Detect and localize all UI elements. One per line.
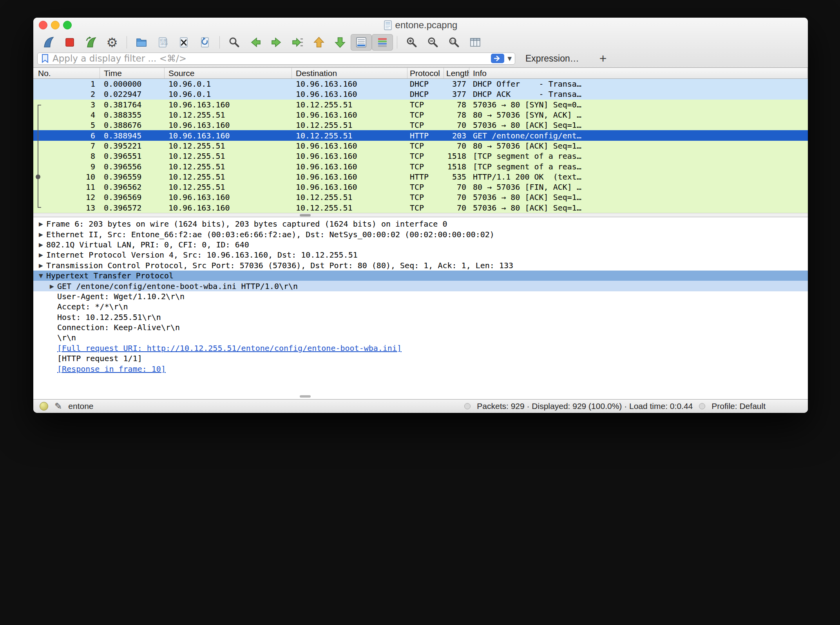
find-packet-button[interactable] bbox=[224, 34, 245, 51]
packet-cell-no: 5 bbox=[33, 120, 100, 130]
capture-comment-pencil-icon[interactable]: ✎ bbox=[54, 401, 62, 411]
detail-line[interactable]: User-Agent: Wget/1.10.2\r\n bbox=[33, 291, 808, 302]
triangle-collapsed-icon[interactable]: ▶ bbox=[47, 283, 57, 289]
reload-file-button[interactable] bbox=[194, 34, 215, 51]
detail-link[interactable]: [Full request URI: http://10.12.255.51/e… bbox=[57, 343, 402, 353]
close-window-button[interactable] bbox=[39, 21, 47, 29]
packet-row[interactable]: 10.00000010.96.0.110.96.163.160DHCP377DH… bbox=[33, 79, 808, 89]
packet-row[interactable]: 100.39655910.12.255.5110.96.163.160HTTP5… bbox=[33, 172, 808, 182]
zoom-out-button[interactable] bbox=[422, 34, 444, 51]
detail-line[interactable]: Accept: */*\r\n bbox=[33, 302, 808, 312]
search-icon bbox=[228, 36, 241, 49]
go-to-packet-button[interactable] bbox=[287, 34, 308, 51]
detail-line[interactable]: [Response in frame: 10] bbox=[33, 363, 808, 374]
column-header-protocol[interactable]: Protocol bbox=[407, 68, 444, 78]
column-header-no[interactable]: No. bbox=[33, 68, 100, 78]
packet-cell-source: 10.12.255.51 bbox=[165, 172, 292, 182]
go-back-button[interactable] bbox=[245, 34, 266, 51]
start-capture-button[interactable] bbox=[38, 34, 59, 51]
detail-line[interactable]: ▶Frame 6: 203 bytes on wire (1624 bits),… bbox=[33, 219, 808, 229]
packet-row[interactable]: 30.38176410.96.163.16010.12.255.51TCP785… bbox=[33, 100, 808, 110]
detail-line[interactable]: ▶802.1Q Virtual LAN, PRI: 0, CFI: 0, ID:… bbox=[33, 240, 808, 250]
detail-line[interactable]: [HTTP request 1/1] bbox=[33, 353, 808, 363]
packet-cell-protocol: TCP bbox=[407, 161, 444, 171]
packet-cell-info: 80 → 57036 [ACK] Seq=1… bbox=[469, 141, 808, 151]
zoom-in-button[interactable] bbox=[401, 34, 422, 51]
packet-cell-destination: 10.12.255.51 bbox=[292, 120, 407, 130]
svg-text:1:1: 1:1 bbox=[451, 39, 456, 43]
detail-line[interactable]: Connection: Keep-Alive\r\n bbox=[33, 322, 808, 332]
column-header-info[interactable]: Info bbox=[469, 68, 808, 78]
resize-columns-button[interactable] bbox=[465, 34, 486, 51]
packet-row[interactable]: 130.39657210.96.163.16010.12.255.51TCP70… bbox=[33, 203, 808, 213]
triangle-collapsed-icon[interactable]: ▶ bbox=[36, 221, 46, 227]
packet-row[interactable]: 120.39656910.96.163.16010.12.255.51TCP70… bbox=[33, 192, 808, 202]
packet-cell-info: [TCP segment of a reas… bbox=[469, 151, 808, 161]
capture-options-button[interactable]: ⚙ bbox=[101, 34, 123, 51]
filter-history-caret-icon[interactable]: ▾ bbox=[507, 54, 512, 63]
expression-button[interactable]: Expression… bbox=[525, 53, 579, 64]
packet-row[interactable]: 80.39655110.12.255.5110.96.163.160TCP151… bbox=[33, 151, 808, 161]
packet-cell-no: 3 bbox=[33, 100, 100, 110]
toolbar-separator bbox=[397, 36, 397, 49]
packet-list-hscrollbar[interactable] bbox=[33, 213, 808, 217]
restart-capture-button[interactable] bbox=[80, 34, 101, 51]
triangle-collapsed-icon[interactable]: ▶ bbox=[36, 242, 46, 248]
display-filter-input[interactable]: Apply a display filter ... <⌘/> ▾ bbox=[37, 53, 515, 65]
detail-link[interactable]: [Response in frame: 10] bbox=[57, 364, 166, 374]
titlebar[interactable]: entone.pcapng bbox=[33, 18, 808, 33]
zoom-original-button[interactable]: 1:1 bbox=[444, 34, 465, 51]
packet-cell-info: 57036 → 80 [ACK] Seq=1… bbox=[469, 192, 808, 202]
triangle-collapsed-icon[interactable]: ▶ bbox=[36, 231, 46, 238]
add-filter-button[interactable]: + bbox=[599, 52, 607, 65]
column-header-time[interactable]: Time bbox=[100, 68, 165, 78]
colorize-packets-button[interactable] bbox=[372, 34, 393, 51]
detail-line[interactable]: Host: 10.12.255.51\r\n bbox=[33, 312, 808, 322]
hscrollbar-thumb[interactable] bbox=[300, 214, 311, 216]
detail-line[interactable]: [Full request URI: http://10.12.255.51/e… bbox=[33, 343, 808, 353]
go-forward-button[interactable] bbox=[266, 34, 287, 51]
minimize-window-button[interactable] bbox=[51, 21, 60, 29]
triangle-collapsed-icon[interactable]: ▶ bbox=[36, 262, 46, 269]
packet-cell-info: 80 → 57036 [FIN, ACK] … bbox=[469, 182, 808, 192]
packet-row[interactable]: 60.38894510.96.163.16010.12.255.51HTTP20… bbox=[33, 130, 808, 140]
column-header-destination[interactable]: Destination bbox=[292, 68, 407, 78]
detail-line[interactable]: ▶GET /entone/config/entone-boot-wba.ini … bbox=[33, 281, 808, 291]
packet-rows: 10.00000010.96.0.110.96.163.160DHCP377DH… bbox=[33, 79, 808, 213]
packet-row[interactable]: 40.38835510.12.255.5110.96.163.160TCP788… bbox=[33, 110, 808, 120]
stop-capture-button[interactable] bbox=[59, 34, 80, 51]
triangle-collapsed-icon[interactable]: ▶ bbox=[36, 252, 46, 258]
open-file-button[interactable] bbox=[131, 34, 152, 51]
detail-line[interactable]: ▼Hypertext Transfer Protocol bbox=[33, 271, 808, 281]
detail-line[interactable]: \r\n bbox=[33, 332, 808, 343]
packet-row[interactable]: 90.39655610.12.255.5110.96.163.160TCP151… bbox=[33, 161, 808, 171]
apply-filter-button[interactable] bbox=[491, 54, 504, 63]
profile-label[interactable]: Profile: Default bbox=[711, 402, 766, 411]
detail-scrollbar-thumb[interactable] bbox=[300, 395, 311, 398]
go-first-packet-button[interactable] bbox=[308, 34, 329, 51]
packet-cell-length: 70 bbox=[444, 120, 469, 130]
go-last-packet-button[interactable] bbox=[329, 34, 351, 51]
triangle-expanded-icon[interactable]: ▼ bbox=[36, 273, 46, 279]
detail-line[interactable]: ▶Internet Protocol Version 4, Src: 10.96… bbox=[33, 250, 808, 260]
packet-row[interactable]: 110.39656210.12.255.5110.96.163.160TCP70… bbox=[33, 182, 808, 192]
packet-cell-destination: 10.12.255.51 bbox=[292, 192, 407, 202]
packet-cell-info: [TCP segment of a reas… bbox=[469, 161, 808, 171]
packet-cell-info: DHCP Offer - Transa… bbox=[469, 79, 808, 89]
zoom-window-button[interactable] bbox=[63, 21, 72, 29]
detail-line[interactable]: ▶Transmission Control Protocol, Src Port… bbox=[33, 260, 808, 271]
packet-row[interactable]: 50.38867610.96.163.16010.12.255.51TCP705… bbox=[33, 120, 808, 130]
detail-line[interactable]: ▶Ethernet II, Src: Entone_66:f2:ae (00:0… bbox=[33, 229, 808, 239]
expert-info-icon[interactable] bbox=[40, 402, 48, 411]
packet-row[interactable]: 70.39522110.12.255.5110.96.163.160TCP708… bbox=[33, 141, 808, 151]
packet-cell-time: 0.396559 bbox=[100, 172, 165, 182]
packet-cell-time: 0.022947 bbox=[100, 89, 165, 99]
auto-scroll-button[interactable] bbox=[351, 34, 372, 51]
status-gray-dot-icon bbox=[699, 403, 705, 409]
save-file-button[interactable]: 0101 1010 bbox=[152, 34, 173, 51]
packet-row[interactable]: 20.02294710.96.0.110.96.163.160DHCP377DH… bbox=[33, 89, 808, 99]
packet-cell-protocol: TCP bbox=[407, 182, 444, 192]
close-file-button[interactable] bbox=[173, 34, 194, 51]
column-header-source[interactable]: Source bbox=[165, 68, 292, 78]
column-header-length[interactable]: Length bbox=[444, 68, 469, 78]
